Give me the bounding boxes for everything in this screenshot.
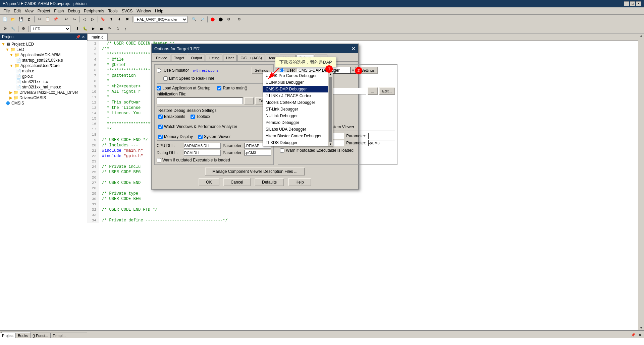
- dropdown-item-1[interactable]: ULINKplus Debugger: [263, 79, 333, 86]
- use-simulator-radio[interactable]: [157, 68, 161, 73]
- load-app-row: Load Application at Startup Run to main(…: [157, 86, 271, 90]
- warn-outdated-left-label: Warn if outdated Executable is loaded: [162, 158, 230, 162]
- warn-outdated-right-checkbox[interactable]: [280, 148, 284, 153]
- init-file-label: Initialization File:: [157, 92, 271, 96]
- watch-windows-label: Watch Windows & Performance Analyzer: [164, 124, 237, 129]
- dialog-title-text: Options for Target 'LED': [154, 46, 200, 51]
- cpu-dll-input[interactable]: [184, 143, 221, 149]
- run-to-main-checkbox[interactable]: [217, 86, 221, 90]
- toolbox-checkbox[interactable]: [191, 115, 195, 119]
- restore-debug-label: Restore Debug Session Settings: [158, 108, 270, 113]
- circle-1: 1: [325, 65, 333, 73]
- limit-speed-label: Limit Speed to Real-Time: [169, 76, 214, 81]
- breakpoints-checkbox[interactable]: [158, 115, 163, 119]
- modal-backdrop: Options for Target 'LED' ✕ Device Target…: [0, 0, 644, 345]
- tab-device[interactable]: Device: [153, 55, 170, 61]
- memory-display-checkbox[interactable]: [158, 135, 163, 139]
- dropdown-scroll-up[interactable]: ▲: [328, 72, 333, 76]
- dialog-param-input[interactable]: [245, 150, 271, 156]
- watch-windows-checkbox[interactable]: [158, 125, 163, 129]
- dropdown-item-2[interactable]: CMSIS-DAP Debugger: [263, 86, 333, 92]
- dropdown-item-6[interactable]: NULink Debugger: [263, 113, 333, 119]
- cancel-button[interactable]: Cancel: [223, 178, 251, 186]
- manage-component-btn[interactable]: Manage Component Viewer Description File…: [205, 167, 305, 176]
- dialog-title-bar: Options for Target 'LED' ✕: [152, 44, 358, 53]
- dropdown-scroll-thumb: [329, 77, 332, 142]
- use-simulator-label: Use Simulator: [164, 68, 189, 73]
- dialog-close-btn[interactable]: ✕: [351, 46, 356, 52]
- dropdown-scrollbar: ▲ ▼: [328, 72, 333, 146]
- dropdown-item-0[interactable]: ULINK Pro Cortex Debugger: [263, 72, 333, 79]
- left-column: Use Simulator with restrictions Settings…: [154, 64, 274, 165]
- tcm-param-input[interactable]: [368, 140, 395, 146]
- cpu-dll-row: CPU DLL: Parameter:: [157, 143, 271, 149]
- with-restrictions-link[interactable]: with restrictions: [193, 68, 218, 72]
- warn-outdated-left-checkbox[interactable]: [157, 158, 161, 162]
- dialog-dll-input[interactable]: [184, 150, 221, 156]
- dropdown-item-9[interactable]: Altera Blaster Cortex Debugger: [263, 133, 333, 139]
- run-to-main-label: Run to main(): [223, 86, 247, 90]
- limit-speed-checkbox[interactable]: [163, 76, 168, 81]
- system-viewer-checkbox[interactable]: [198, 135, 203, 139]
- load-app-checkbox[interactable]: [157, 86, 161, 90]
- system-viewer-label: System Viewer: [204, 134, 231, 139]
- load-app-label: Load Application at Startup: [162, 86, 210, 90]
- restore-checkboxes: Breakpoints Toolbox Watch Windows & Perf…: [158, 114, 270, 139]
- annotation-text: 下载器的选择，我的是DAP: [279, 60, 332, 65]
- dialog-dll-label: Dialog DLL:: [157, 150, 182, 155]
- init-file-browse[interactable]: ...: [244, 97, 254, 105]
- dropdown-scroll-down[interactable]: ▼: [328, 142, 333, 146]
- dropdown-item-7[interactable]: Pemicro Debugger: [263, 119, 333, 126]
- dropdown-item-3[interactable]: J-LINK / J-TRACE Cortex: [263, 92, 333, 99]
- simulator-row: Use Simulator with restrictions Settings: [157, 67, 271, 74]
- dropdown-item-5[interactable]: ST-Link Debugger: [263, 106, 333, 113]
- memory-display-label: Memory Display: [164, 134, 193, 139]
- warn-outdated-right-row: Warn if outdated Executable is loaded: [280, 148, 395, 153]
- debugger-dropdown-list: ULINK Pro Cortex Debugger ULINKplus Debu…: [263, 72, 333, 146]
- limit-speed-row: Limit Speed to Real-Time: [157, 76, 271, 81]
- init-file-right-browse[interactable]: ...: [368, 87, 377, 95]
- init-file-right-edit[interactable]: Edit...: [379, 87, 395, 95]
- cpu-param-label: Parameter:: [223, 143, 243, 148]
- driver-param-label: Parameter:: [346, 134, 366, 138]
- tab-ccc[interactable]: C/C++ (AC6): [237, 55, 265, 61]
- dropdown-item-4[interactable]: Models Cortex-M Debugger: [263, 99, 333, 106]
- dialog-dll-row: Dialog DLL: Parameter:: [157, 150, 271, 156]
- driver-param-input[interactable]: [368, 133, 395, 139]
- breakpoints-label: Breakpoints: [164, 114, 185, 119]
- dialog-param-label: Parameter:: [223, 150, 243, 155]
- defaults-button[interactable]: Defaults: [255, 178, 284, 186]
- warn-outdated-right-label: Warn if outdated Executable is loaded: [286, 148, 354, 153]
- tab-output[interactable]: Output: [188, 55, 205, 61]
- init-file-input[interactable]: [157, 97, 243, 104]
- help-button[interactable]: Help: [288, 178, 311, 186]
- warn-outdated-row-left: Warn if outdated Executable is loaded: [157, 158, 271, 162]
- cpu-dll-label: CPU DLL:: [157, 143, 182, 148]
- tab-target[interactable]: Target: [171, 55, 187, 61]
- toolbox-label: Toolbox: [196, 114, 210, 119]
- dropdown-item-10[interactable]: TI XDS Debugger: [263, 139, 333, 146]
- dropdown-item-8[interactable]: SiLabs UDA Debugger: [263, 126, 333, 133]
- dialog-btn-row: OK Cancel Defaults Help: [154, 178, 356, 186]
- ok-button[interactable]: OK: [199, 178, 219, 186]
- tcm-param-label: Parameter:: [346, 141, 366, 145]
- manage-btn-row: Manage Component Viewer Description File…: [154, 167, 356, 176]
- init-file-row: Initialization File: ... Edit...: [157, 92, 271, 105]
- tab-user[interactable]: User: [223, 55, 237, 61]
- circle-2: 2: [355, 67, 362, 74]
- tab-listing[interactable]: Listing: [206, 55, 222, 61]
- restore-debug-section: Restore Debug Session Settings Breakpoin…: [157, 107, 271, 141]
